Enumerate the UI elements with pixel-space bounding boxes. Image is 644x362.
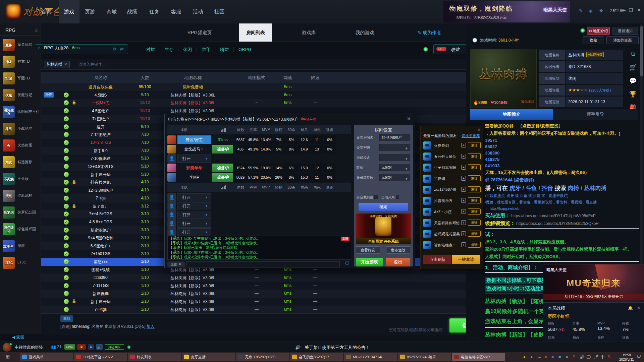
sidebar-item-2[interactable]: 军团军团TD: [0, 71, 41, 88]
invite-button[interactable]: 邀请: [468, 186, 481, 192]
open-slot-dropdown[interactable]: 打开▼: [177, 193, 211, 201]
quit-room-button[interactable]: 退出: [386, 258, 410, 266]
server-selector[interactable]: ⌂ RPG-万服28 6ms ⟳ ⇄: [35, 44, 128, 54]
publish-invite-button[interactable]: 发布邀战: [386, 246, 410, 254]
team-slot[interactable]: 👤打开▼: [167, 219, 363, 228]
invite-button[interactable]: 邀请: [468, 175, 481, 181]
scrollbar-thumb[interactable]: [640, 26, 643, 76]
view-friends-button[interactable]: 查看好友: [356, 246, 380, 254]
close-button[interactable]: ✕: [636, 7, 642, 13]
announcement[interactable]: 🔊 关于禁止使用第三方工具的公告！: [295, 345, 370, 351]
map-intro-button[interactable]: ⊘ 地图介绍: [587, 27, 610, 35]
team-slot[interactable]: 👤打开▼: [167, 193, 363, 202]
team-slot[interactable]: 梦魇年华准备中152455.9%19.0%14%6%15.0120%+: [167, 164, 363, 172]
setting-input[interactable]: 12+3.8图绝户: [379, 134, 410, 141]
invite-button[interactable]: 邀请: [468, 153, 481, 159]
dialog-minimize-button[interactable]: —: [397, 116, 401, 121]
bottom-ad-banner[interactable]: 暗黑大天使 MU奇迹归来 3月11日19：00双线524区 奇迹开启: [543, 264, 644, 302]
tray-icon-11[interactable]: 中: [601, 355, 605, 360]
score-close-icon[interactable]: 🔔 ✕: [628, 305, 640, 311]
subnav-tab-2[interactable]: 游戏库: [295, 23, 322, 42]
report-host-link[interactable]: 举报主机: [301, 117, 317, 122]
sidebar-item-1[interactable]: 神龙神龙TD: [0, 54, 41, 71]
team-slot[interactable]: 野区/房主31ms563745.8%13.4%7%5%12.6110%: [167, 135, 363, 144]
invite-button[interactable]: 邀请: [468, 142, 481, 148]
team-slot[interactable]: 李MP准备中802957.1%20.5%26%8%15.3110%⋯: [167, 173, 363, 182]
tray-chat-icon[interactable]: 🗨: [637, 354, 641, 359]
tray-icon-2[interactable]: ☁: [537, 355, 541, 360]
refresh-server-icon[interactable]: ⟳: [113, 47, 116, 52]
taskbar-item-6[interactable]: MP-HY29134714(...: [344, 353, 397, 361]
sidebar-item-5[interactable]: 斗战斗战乾坤: [0, 121, 41, 138]
invite-button[interactable]: 邀请: [468, 242, 481, 248]
latest-notice-button[interactable]: 最新通知: [612, 27, 638, 35]
sidebar-item-6[interactable]: 火火热新图: [0, 138, 41, 155]
add-friend-icon[interactable]: +: [461, 231, 466, 236]
add-friend-icon[interactable]: +: [461, 165, 466, 170]
tray-icon-9[interactable]: 🖵: [587, 355, 591, 360]
team-slot[interactable]: 👤打开▼: [167, 154, 363, 163]
game-poster[interactable]: 海量混剑，全部免费 全新页游 任务系统: [356, 214, 411, 244]
trophy-icon[interactable]: 🏆: [628, 90, 638, 101]
tray-icon-8[interactable]: 🔊: [580, 355, 585, 360]
keybind-toggle[interactable]: OFF 改键: [433, 44, 471, 54]
sidebar-item-3[interactable]: 伏魔伏魔战记: [0, 88, 41, 105]
tab-newbie-guide[interactable]: 新手引导: [553, 109, 638, 120]
chat-input[interactable]: [186, 261, 340, 267]
sidebar-item-9[interactable]: 混乱混乱武林: [0, 188, 41, 205]
subnav-tab-4[interactable]: ✎成为作者: [408, 23, 451, 42]
nav-item-2[interactable]: 页游: [80, 0, 99, 23]
sidebar-item-10[interactable]: 侏罗纪侏罗纪公园: [0, 205, 41, 222]
taskbar-item-7[interactable]: 85297-50246娱乐...: [398, 353, 451, 361]
map-cover-card[interactable]: 丛林肉搏 🔥8999❤104646 等你来战: [470, 49, 537, 108]
setting-select[interactable]: ▼: [379, 154, 410, 161]
confirm-button[interactable]: 确定: [359, 203, 408, 211]
search-filter-tag[interactable]: 丛林肉搏✕: [44, 61, 70, 68]
filter-生存[interactable]: 生存: [160, 47, 178, 52]
refresh-friends-button[interactable]: 点击刷新: [423, 255, 451, 264]
tray-icon-10[interactable]: 🎤: [594, 355, 599, 360]
tray-icon-6[interactable]: ➤: [566, 355, 569, 360]
cart-icon[interactable]: 🛒: [628, 64, 638, 74]
remove-tag-icon[interactable]: ✕: [64, 62, 67, 67]
home-icon[interactable]: ⌂: [35, 27, 38, 33]
tray-icon-0[interactable]: ●: [523, 355, 526, 360]
start-game-button[interactable]: 开始游戏: [356, 258, 383, 266]
back-button[interactable]: ◀ 返回: [12, 335, 24, 340]
taskbar-item-2[interactable]: 好友列表: [128, 353, 181, 361]
tray-icon-1[interactable]: ●: [530, 355, 533, 360]
promo-banner[interactable]: 物魔双修，魔剑降临 3月8日19：00双线523区火爆开启 暗黑大天使: [443, 1, 570, 22]
add-desktop-button[interactable]: 添加到桌面: [606, 36, 639, 44]
taskbar-item-4[interactable]: 无敌 Y85297(1289...: [236, 353, 289, 361]
nav-item-5[interactable]: 任务: [145, 0, 164, 23]
team-slot[interactable]: 👤打开▼: [167, 210, 363, 219]
shield-icon[interactable]: ◈: [589, 8, 593, 13]
open-slot-dropdown[interactable]: 打开▼: [177, 155, 211, 163]
panel-icon[interactable]: ⧉: [628, 50, 638, 60]
filter-防守[interactable]: 防守: [197, 47, 215, 52]
maximize-button[interactable]: ❐: [628, 7, 634, 13]
filter-休闲[interactable]: 休闲: [178, 47, 197, 52]
favorite-button[interactable]: 收藏: [583, 36, 604, 44]
setting-select[interactable]: 无限制▼: [379, 174, 410, 181]
invite-tab[interactable]: 邀战: [60, 315, 73, 322]
chat-filter-dropdown[interactable]: 全部 ▼: [167, 261, 185, 267]
eye-icon[interactable]: 👁: [405, 145, 408, 151]
tab-map-intro[interactable]: 地图简介: [470, 109, 553, 120]
subnav-tab-1[interactable]: 房间列表: [239, 23, 272, 42]
tray-icon-5[interactable]: ■: [558, 355, 561, 360]
team-slot[interactable]: 👤打开▼: [167, 202, 363, 210]
add-friend-icon[interactable]: +: [461, 220, 466, 225]
password-input[interactable]: 👁: [379, 144, 410, 151]
sidebar-item-11[interactable]: 绿色循环绿色循环圈: [0, 222, 41, 239]
autostart-checkbox[interactable]: [396, 195, 399, 199]
invite-button[interactable]: 邀请: [468, 197, 481, 203]
nav-item-4[interactable]: 战绩: [123, 0, 142, 23]
filter-ORPG[interactable]: ORPG: [234, 47, 256, 52]
friends-close-icon[interactable]: ✕: [477, 127, 481, 132]
add-friend-icon[interactable]: +: [461, 187, 466, 192]
setting-select[interactable]: 无限制▼: [379, 164, 410, 171]
invite-button[interactable]: 邀请: [468, 231, 481, 237]
chat-report-badge[interactable]: 举报: [341, 237, 350, 241]
invite-all-button[interactable]: 一键邀请: [452, 255, 480, 264]
